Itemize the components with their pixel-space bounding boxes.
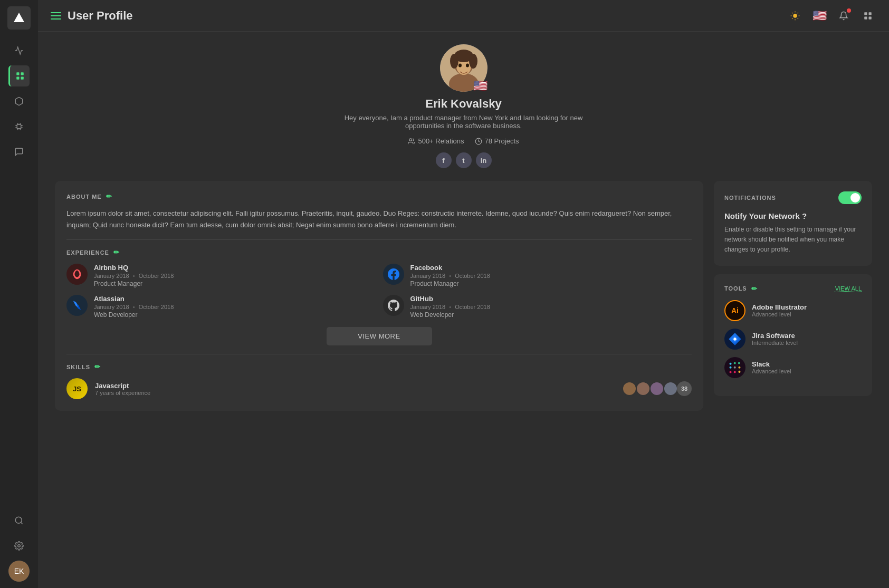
profile-name: Erik Kovalsky xyxy=(55,97,872,111)
tool-item-jira: Jira Software Intermediate level xyxy=(724,329,862,350)
page-title: User Profile xyxy=(68,9,780,23)
profile-avatar-wrap: 🇺🇸 xyxy=(440,44,487,92)
endorser-avatar-2 xyxy=(636,381,651,396)
svg-rect-23 xyxy=(864,16,867,19)
sidebar-item-chip[interactable] xyxy=(8,116,30,137)
main-content: User Profile 🇺🇸 xyxy=(38,0,889,588)
twitter-link[interactable]: t xyxy=(456,152,472,168)
svg-rect-45 xyxy=(734,371,736,373)
notifications-header: NOTIFICATIONS xyxy=(724,191,862,204)
svg-rect-22 xyxy=(869,12,872,15)
javascript-info: Javascript 7 years of experience xyxy=(95,382,615,396)
atlassian-info: Atlassian January 2018 • October 2018 We… xyxy=(94,295,174,319)
svg-rect-2 xyxy=(21,72,23,75)
atlassian-logo xyxy=(66,295,88,316)
github-info: GitHub January 2018 • October 2018 Web D… xyxy=(410,295,490,319)
profile-flag: 🇺🇸 xyxy=(473,80,487,92)
theme-toggle-button[interactable] xyxy=(787,7,804,24)
linkedin-link[interactable]: in xyxy=(476,152,492,168)
endorser-avatar-4 xyxy=(663,381,678,396)
skill-item-javascript: JS Javascript 7 years of experience 38 xyxy=(66,378,692,399)
facebook-logo xyxy=(383,264,404,285)
user-avatar[interactable]: EK xyxy=(8,561,30,582)
tools-label: TOOLS xyxy=(724,285,747,292)
tools-view-all-link[interactable]: VIEW ALL xyxy=(835,285,862,292)
about-label: ABOUT ME xyxy=(66,194,102,200)
svg-rect-5 xyxy=(17,124,21,129)
exp-item-atlassian: Atlassian January 2018 • October 2018 We… xyxy=(66,295,376,319)
relations-count: 500+ Relations xyxy=(418,137,464,145)
experience-edit-icon[interactable]: ✏ xyxy=(113,248,120,256)
facebook-company: Facebook xyxy=(410,264,490,272)
github-logo xyxy=(383,295,404,316)
slack-info: Slack Advanced level xyxy=(752,360,791,374)
javascript-endorsers: 38 xyxy=(622,381,692,396)
about-edit-icon[interactable]: ✏ xyxy=(106,192,112,200)
sidebar-item-cube[interactable] xyxy=(8,91,30,112)
app-logo[interactable] xyxy=(7,6,31,30)
apps-grid-button[interactable] xyxy=(859,7,876,24)
svg-point-34 xyxy=(409,138,412,141)
adobe-illustrator-info: Adobe Illustrator Advanced level xyxy=(752,303,807,317)
sidebar-item-chat[interactable] xyxy=(8,141,30,162)
notifications-section-label: NOTIFICATIONS xyxy=(724,195,776,201)
language-flag[interactable]: 🇺🇸 xyxy=(811,10,828,22)
github-role: Web Developer xyxy=(410,311,490,319)
svg-rect-10 xyxy=(51,15,61,16)
tools-header: TOOLS ✏ VIEW ALL xyxy=(724,285,862,293)
endorser-count: 38 xyxy=(677,381,692,396)
skills-edit-icon[interactable]: ✏ xyxy=(94,363,101,371)
sidebar-item-settings[interactable] xyxy=(8,535,30,556)
svg-rect-21 xyxy=(864,12,867,15)
cards-row: ABOUT ME ✏ Lorem ipsum dolor sit amet, c… xyxy=(55,181,872,411)
slack-level: Advanced level xyxy=(752,368,791,374)
atlassian-company: Atlassian xyxy=(94,295,174,303)
sidebar-item-search[interactable] xyxy=(8,510,30,531)
notification-bell-button[interactable] xyxy=(835,7,852,24)
javascript-years: 7 years of experience xyxy=(95,390,615,396)
relations-stat: 500+ Relations xyxy=(408,137,464,145)
svg-rect-40 xyxy=(730,362,732,364)
view-more-button[interactable]: VIEW MORE xyxy=(327,327,432,345)
menu-icon[interactable] xyxy=(51,12,61,20)
experience-label: EXPERIENCE xyxy=(66,249,109,256)
notifications-description: Enable or disable this setting to manage… xyxy=(724,225,862,255)
notifications-toggle[interactable] xyxy=(838,191,862,204)
tool-item-adobe-illustrator: Ai Adobe Illustrator Advanced level xyxy=(724,300,862,321)
svg-point-6 xyxy=(15,517,22,523)
svg-line-20 xyxy=(798,13,798,13)
adobe-illustrator-name: Adobe Illustrator xyxy=(752,303,807,311)
tools-edit-icon[interactable]: ✏ xyxy=(751,285,758,293)
svg-point-32 xyxy=(458,64,462,68)
svg-line-19 xyxy=(792,18,792,18)
notification-dot xyxy=(847,8,851,13)
svg-point-31 xyxy=(469,54,477,69)
airbnb-info: Airbnb HQ January 2018 • October 2018 Pr… xyxy=(94,264,174,287)
svg-point-8 xyxy=(18,545,21,547)
sidebar-item-dashboard[interactable] xyxy=(8,65,30,86)
svg-rect-24 xyxy=(869,16,872,19)
svg-line-7 xyxy=(21,522,22,524)
slack-logo xyxy=(724,357,745,378)
tool-item-slack: Slack Advanced level xyxy=(724,357,862,378)
sidebar-item-activity[interactable] xyxy=(8,40,30,61)
svg-rect-43 xyxy=(738,366,740,368)
facebook-link[interactable]: f xyxy=(436,152,452,168)
skills-label: SKILLS xyxy=(66,364,90,370)
svg-rect-44 xyxy=(738,370,740,372)
adobe-illustrator-level: Advanced level xyxy=(752,311,807,317)
tools-section-label-wrap: TOOLS ✏ xyxy=(724,285,758,293)
about-section-header: ABOUT ME ✏ xyxy=(66,192,692,200)
jira-level: Intermediate level xyxy=(752,340,798,346)
airbnb-logo xyxy=(66,264,88,285)
slack-name: Slack xyxy=(752,360,791,368)
svg-rect-41 xyxy=(734,362,736,364)
facebook-dates: January 2018 • October 2018 xyxy=(410,273,490,279)
javascript-name: Javascript xyxy=(95,382,615,390)
notifications-label: NOTIFICATIONS xyxy=(724,195,776,201)
github-company: GitHub xyxy=(410,295,490,303)
header-icons: 🇺🇸 xyxy=(787,7,876,24)
header: User Profile 🇺🇸 xyxy=(38,0,889,32)
svg-rect-9 xyxy=(51,12,61,13)
profile-stats: 500+ Relations 78 Projects xyxy=(55,137,872,145)
